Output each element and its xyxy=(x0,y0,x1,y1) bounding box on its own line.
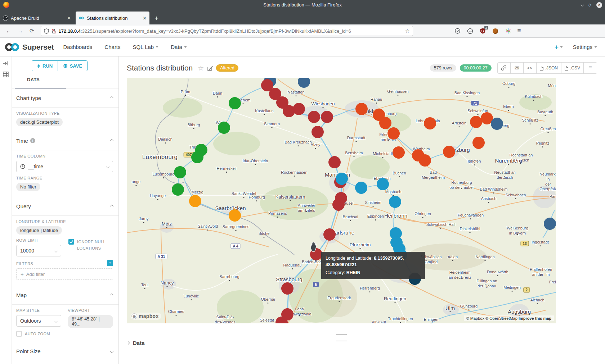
embed-code-button[interactable]: <> xyxy=(524,63,537,73)
reload-button[interactable]: ⟳ xyxy=(30,28,34,34)
viz-type-label: VISUALIZATION TYPE xyxy=(16,111,113,115)
edit-icon[interactable] xyxy=(207,65,213,71)
save-button[interactable]: ⊕ SAVE xyxy=(58,60,88,71)
station-dot-main[interactable] xyxy=(470,116,482,128)
add-filter-plus-button[interactable]: + xyxy=(107,260,113,266)
run-button[interactable]: RUN xyxy=(32,60,58,71)
export-json-button[interactable]: .JSON xyxy=(537,63,561,73)
station-dot-rhein[interactable] xyxy=(281,282,293,295)
station-dot-saar[interactable] xyxy=(229,209,241,222)
section-query[interactable]: Query xyxy=(16,197,113,215)
time-column-select[interactable]: __time xyxy=(16,161,113,172)
add-new-button[interactable]: + xyxy=(555,43,563,51)
auto-zoom-checkbox[interactable] xyxy=(16,331,22,337)
tab-stations-distribution[interactable]: Stations distribution ✕ xyxy=(76,12,149,24)
map-style-select[interactable]: Outdoors xyxy=(16,315,61,327)
copy-link-button[interactable] xyxy=(498,63,511,73)
window-maximize-icon[interactable]: ◇ xyxy=(588,3,591,7)
extension-asterisk-icon[interactable] xyxy=(505,28,511,34)
station-dot-neckar[interactable] xyxy=(377,178,389,190)
favorite-star-icon[interactable]: ☆ xyxy=(198,64,204,72)
station-dot-mosel[interactable] xyxy=(174,166,186,178)
more-options-button[interactable]: ≡ xyxy=(584,63,597,73)
new-tab-button[interactable]: + xyxy=(154,14,158,22)
station-dot-rhein[interactable] xyxy=(321,111,333,123)
station-dot-neckar[interactable] xyxy=(389,196,401,208)
altered-badge[interactable]: Altered xyxy=(216,64,238,72)
nav-sql-lab[interactable]: SQL Lab xyxy=(133,44,159,50)
time-range-value[interactable]: No filter xyxy=(16,183,40,191)
section-chart-type[interactable]: Chart type xyxy=(16,88,113,107)
station-dot-main[interactable] xyxy=(472,137,485,149)
lonlat-value[interactable]: longitude | latitude xyxy=(16,226,62,235)
section-point-size[interactable]: Point Size xyxy=(16,342,113,360)
station-dot-rhein[interactable] xyxy=(328,156,341,168)
station-dot-main[interactable] xyxy=(355,103,368,115)
station-dot-rhein[interactable] xyxy=(312,126,324,138)
station-dot-main[interactable] xyxy=(419,154,431,167)
station-dot-saar[interactable] xyxy=(189,195,201,207)
url-bar[interactable]: 172.18.0.4:32251/superset/explore/?form_… xyxy=(41,26,413,36)
station-dot-donau[interactable] xyxy=(491,118,503,130)
panel-resize-handle[interactable] xyxy=(127,331,556,343)
station-dot-neckar[interactable] xyxy=(336,173,348,185)
station-dot-mosel[interactable] xyxy=(172,183,184,196)
tab-data[interactable]: DATA xyxy=(27,77,40,82)
datasource-grid-icon[interactable] xyxy=(3,72,9,77)
station-dot-main[interactable] xyxy=(379,117,391,129)
mapbox-logo[interactable]: ◉ mapbox xyxy=(130,313,161,320)
viewport-value[interactable]: 8° 46' 45.28" | 49... xyxy=(68,315,113,328)
back-button[interactable]: ← xyxy=(6,28,11,34)
add-filter-box[interactable]: + Add filter xyxy=(16,268,113,280)
station-dot-rhein[interactable] xyxy=(332,199,345,211)
forward-button[interactable]: → xyxy=(18,28,23,34)
attribution-mapbox[interactable]: © Mapbox xyxy=(466,316,484,320)
data-section-header[interactable]: Data xyxy=(127,340,145,346)
map-city-label: Mosbach xyxy=(385,190,402,195)
ignore-null-checkbox[interactable] xyxy=(68,239,74,245)
window-close-icon[interactable]: × xyxy=(596,2,602,8)
privacy-mask-icon[interactable] xyxy=(467,28,474,34)
ublock-icon[interactable]: 2 xyxy=(480,28,486,34)
tab-close-icon[interactable]: ✕ xyxy=(67,15,71,21)
station-dot-mosel[interactable] xyxy=(218,122,230,134)
map-canvas[interactable]: PrümDaunCochemKastellaunNastättenWiesbad… xyxy=(127,78,556,323)
section-map[interactable]: Map xyxy=(16,286,113,304)
export-csv-button[interactable]: .CSV xyxy=(561,63,584,73)
tab-apache-druid[interactable]: Apache Druid ✕ xyxy=(0,12,74,24)
pocket-shield-icon[interactable] xyxy=(454,28,461,34)
settings-menu[interactable]: Settings xyxy=(573,44,597,50)
cookie-icon[interactable] xyxy=(492,28,499,34)
nav-dashboards[interactable]: Dashboards xyxy=(63,44,92,50)
tab-close-icon[interactable]: ✕ xyxy=(143,15,147,21)
insecure-lock-icon[interactable] xyxy=(51,28,56,34)
email-button[interactable]: ✉ xyxy=(511,63,524,73)
menu-icon[interactable]: ≡ xyxy=(517,27,521,35)
station-dot-donau[interactable] xyxy=(544,218,556,230)
expand-panel-icon[interactable] xyxy=(3,61,9,66)
attribution-improve-link[interactable]: Improve this map xyxy=(519,316,551,320)
superset-logo[interactable]: Superset xyxy=(5,43,54,51)
station-dot-rhein[interactable] xyxy=(323,228,336,241)
map-city-label: Kaiserslautern xyxy=(275,194,305,200)
station-dot-main[interactable] xyxy=(424,117,436,129)
station-dot-mosel[interactable] xyxy=(191,151,203,163)
url-text[interactable]: 172.18.0.4:32251/superset/explore/?form_… xyxy=(59,28,403,34)
station-dot-neckar[interactable] xyxy=(355,182,367,194)
viz-type-value[interactable]: deck.gl Scatterplot xyxy=(16,118,63,126)
station-dot-rhein[interactable] xyxy=(293,103,305,115)
attribution-osm[interactable]: © OpenStreetMap xyxy=(485,316,517,320)
station-dot-main[interactable] xyxy=(393,146,405,159)
bookmark-star-icon[interactable]: ☆ xyxy=(405,28,410,34)
station-dot-rhein[interactable] xyxy=(308,111,320,123)
station-dot-main[interactable] xyxy=(443,146,455,158)
map-city-dot xyxy=(229,280,230,281)
section-time[interactable]: Timei xyxy=(16,131,113,150)
window-minimize-icon[interactable] xyxy=(580,3,584,7)
station-dot-main[interactable] xyxy=(387,127,400,140)
row-limit-select[interactable]: 10000 xyxy=(16,245,61,256)
shield-icon[interactable] xyxy=(44,28,49,34)
nav-charts[interactable]: Charts xyxy=(104,44,120,50)
station-dot-mosel[interactable] xyxy=(229,97,241,109)
nav-data[interactable]: Data xyxy=(171,44,187,50)
